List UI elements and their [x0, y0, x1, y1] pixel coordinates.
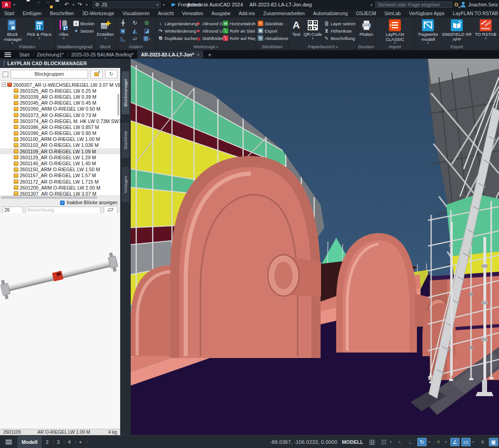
isolate-objects-icon[interactable]: ▣	[489, 438, 498, 446]
clear-filter-button[interactable]	[104, 206, 117, 213]
polar-tracking-icon[interactable]: ↻	[417, 438, 427, 446]
menu-icon[interactable]	[5, 54, 11, 55]
workspace-dropdown[interactable]: ⚙ JS ▾	[93, 1, 161, 8]
chevron-down-icon[interactable]: ▾	[428, 440, 432, 444]
hoehenkote-button[interactable]: ⊻ Höhenkote	[322, 27, 357, 34]
block-tree-item[interactable]: + 2601100_ARM O-RIEGEL LW 1.00 M	[0, 136, 120, 142]
ribbon-tab[interactable]: Automatisierung	[309, 9, 352, 17]
blockinfo-button[interactable]: i BlockInfo	[72, 20, 94, 27]
block-tree-item[interactable]: + 2601200_ARM O-RIEGEL LW 2.00 M	[0, 185, 120, 190]
layout-tab[interactable]: +	[75, 436, 86, 448]
undo-icon[interactable]: ↶	[63, 1, 70, 8]
ribbon-tab[interactable]: Verfügbare Apps	[405, 9, 449, 17]
add-block-button[interactable]	[90, 70, 103, 78]
blockmanager-button[interactable]: Block -manager ▾	[3, 18, 22, 44]
move-icon[interactable]: ╋	[121, 20, 124, 26]
duplikate-suchen-button[interactable]: ⧉ Duplikate suchen	[156, 34, 194, 42]
qat-customize-icon[interactable]: ▾	[163, 3, 165, 7]
block-tree-item[interactable]: + 2601090_AR O-RIEGEL LW 0.90 M	[0, 130, 120, 136]
block-tree-item[interactable]: + 2601086_AR O-RIEGEL LW 0.857 M	[0, 124, 120, 130]
filter-number-input[interactable]	[3, 207, 23, 213]
block-tree-item[interactable]: + 2601039_AR O-RIEGEL LW 0.39 M	[0, 94, 120, 100]
ribbon-tab[interactable]: Zusammenarbeiten	[259, 9, 309, 17]
horizontalrohr-button[interactable]: H Horizontalrohr	[222, 20, 255, 27]
chevron-down-icon[interactable]: ▾	[445, 440, 449, 444]
layer-setzen-button[interactable]: ≣ Layer setzen	[322, 20, 357, 27]
allround-o-button[interactable]: ∗ Allround O	[194, 20, 222, 27]
blockgroups-dropdown[interactable]: Blockgruppen	[11, 70, 88, 78]
plotten-button[interactable]: Plotten	[358, 18, 375, 44]
offset-icon[interactable]: ▱	[133, 35, 137, 42]
new-tab-icon[interactable]: +	[208, 51, 211, 58]
block-tree-item[interactable]: + 2601025_AR O-RIEGEL LW 0.25 M	[0, 88, 120, 94]
laengenaenderung-button[interactable]: ↕ Längenänderung	[156, 20, 194, 27]
ribbon-tab[interactable]: Start	[0, 9, 18, 17]
mirror-icon[interactable]: ◭	[133, 28, 137, 34]
user-avatar-icon[interactable]	[460, 2, 466, 7]
to-rstab-button[interactable]: Dlubal TO RSTAB ▾	[474, 18, 498, 44]
alles-button[interactable]: Alles ▾	[55, 18, 72, 44]
mirror-3d-icon[interactable]: ◪	[144, 28, 149, 34]
aktualisieren-button[interactable]: ↻ Aktualisieren	[256, 34, 288, 42]
block-tree-item[interactable]: + 2601073_AR O-RIEGEL LW 0.73 M	[0, 112, 120, 118]
chevron-down-icon[interactable]: ▾	[390, 440, 394, 444]
pick-place-button[interactable]: Pick & Place ▾	[27, 18, 51, 44]
document-tab[interactable]: 2025-03-25 BAUMA Briefing*×	[67, 50, 137, 59]
winkelaenderung-button[interactable]: ↷ Winkeländerung	[156, 27, 194, 34]
angle-snap-icon[interactable]: ∠	[450, 438, 460, 446]
viewport-3d-scene[interactable]	[131, 59, 499, 435]
redo-icon[interactable]: ↷	[77, 1, 83, 8]
sim2field-button[interactable]: SIM2FIELD XR APP	[442, 18, 472, 44]
group-grid-icon[interactable]: ▦▾	[144, 35, 150, 42]
chevron-down-icon[interactable]: ▾	[472, 440, 476, 444]
document-tab[interactable]: Start×	[16, 50, 33, 59]
export-liste-button[interactable]: ▦ Export	[256, 27, 288, 34]
panel-side-tab[interactable]: Vorlagen	[121, 166, 130, 203]
block-tree-item[interactable]: + 2600307_AR U-WECHSELRIEGEL LW 3.07 M V…	[0, 82, 120, 88]
ribbon-tab[interactable]: SimLab	[380, 9, 405, 17]
block-tree-item[interactable]: + 2601150_ARM O-RIEGEL LW 1.50 M	[0, 167, 120, 173]
drawing-viewport[interactable]	[131, 59, 499, 435]
redo-dropdown-icon[interactable]: ▾	[86, 3, 88, 7]
space-indicator[interactable]: MODELL	[342, 439, 363, 445]
app-logo[interactable]: A	[2, 1, 11, 8]
rotate-icon[interactable]: ↻	[133, 20, 137, 26]
snap-mode-icon[interactable]	[379, 438, 388, 446]
block-tree-item[interactable]: + 2601050_ARM O-RIEGEL LW 0.50 M	[0, 106, 120, 112]
document-tab[interactable]: AR-2023-82-LA-LT-Jon*×	[137, 50, 203, 59]
text-button[interactable]: A Text	[289, 18, 303, 44]
layout-tab[interactable]: 4	[64, 436, 75, 448]
setzen-button[interactable]: ⌖ Setzen	[72, 27, 94, 34]
ribbon-tab[interactable]: OSJECM	[352, 9, 380, 17]
rohr-an-stiel-button[interactable]: ╲ Rohr an Stiel	[222, 27, 255, 34]
beschriftung-button[interactable]: ✎ Beschriftung	[322, 34, 357, 42]
user-name[interactable]: Joachim.Seiz	[468, 2, 498, 7]
align-icon[interactable]: ◺	[121, 35, 125, 42]
expand-icon[interactable]: +	[2, 83, 6, 87]
layout-menu-icon[interactable]	[6, 442, 12, 442]
search-icon[interactable]	[455, 3, 458, 6]
ribbon-tab[interactable]: 3D-Werkzeuge	[78, 9, 118, 17]
block-tree-item[interactable]: + 2601307_AR O-RIEGEL LW 3.07 M	[0, 190, 120, 196]
search-input[interactable]	[375, 1, 452, 8]
ribbon-tab[interactable]: Add-ins	[234, 9, 259, 17]
block-tree-item[interactable]: + 2601157_AR O-RIEGEL LW 1.57 M	[0, 173, 120, 179]
panel-side-tab[interactable]: Stückliste	[121, 122, 130, 159]
ribbon-tab[interactable]: Einfügen	[18, 9, 45, 17]
layout-tab[interactable]: 3	[53, 436, 64, 448]
panel-side-tab[interactable]: Blockmanager	[121, 71, 130, 115]
block-tree-item[interactable]: + 2601140_AR O-RIEGEL LW 1.40 M	[0, 160, 120, 166]
allround-u-button[interactable]: ∗ Allround U	[194, 27, 222, 34]
ribbon-tab[interactable]: Ansicht	[154, 9, 177, 17]
block-tree-item[interactable]: + 2601074_AR O-RIEGEL M. HK LW 0.73M SW1…	[0, 118, 120, 124]
tree-scrollbar[interactable]	[117, 94, 119, 116]
ortho-mode-icon[interactable]: ∟	[406, 438, 416, 446]
layout-tab[interactable]: 2	[42, 436, 53, 448]
qr-code-button[interactable]: QR-Code ▾	[303, 18, 322, 44]
block-tree-item[interactable]: + 2601109_AR O-RIEGEL LW 1.09 M	[0, 148, 120, 154]
chevron-down-icon[interactable]: ▾	[13, 3, 15, 7]
object-snap-icon[interactable]: ▭	[461, 438, 471, 446]
object-snap-tracking-icon[interactable]: ×	[434, 438, 443, 446]
layout-tab[interactable]: Modell	[17, 436, 42, 448]
copy-icon[interactable]: ▣	[120, 28, 125, 34]
